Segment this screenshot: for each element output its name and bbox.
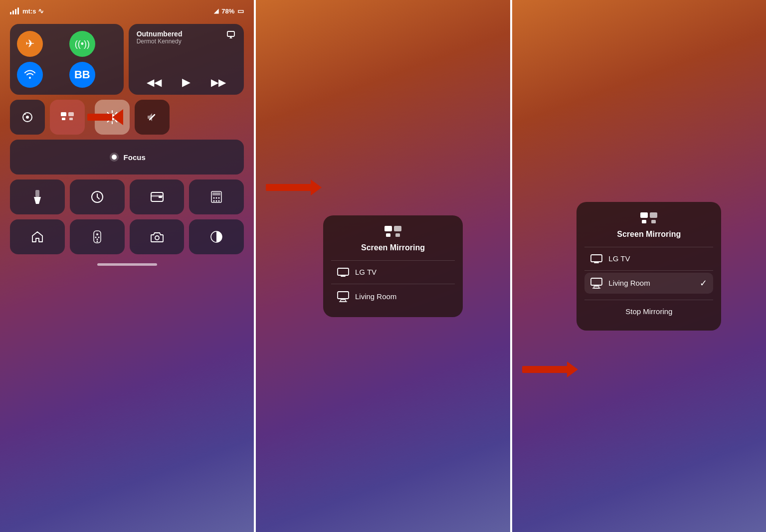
status-right: ◢ 78% ▭ xyxy=(214,7,244,15)
airplay-icon[interactable] xyxy=(226,30,236,42)
svg-point-39 xyxy=(96,241,98,242)
play-button[interactable]: ▶ xyxy=(182,76,191,89)
now-playing-info: Outnumbered Dermot Kennedy xyxy=(137,30,183,45)
svg-rect-52 xyxy=(640,212,648,218)
divider-top-1 xyxy=(331,260,455,261)
battery-icon: ▭ xyxy=(237,7,244,15)
rotation-lock-button[interactable] xyxy=(10,100,45,135)
svg-point-29 xyxy=(218,197,220,199)
panel-screen-mirroring-1: Screen Mirroring LG TV Living Room xyxy=(256,0,510,532)
svg-point-30 xyxy=(213,200,215,202)
status-bar: mt:s ∿ ◢ 78% ▭ xyxy=(0,0,254,19)
svg-point-27 xyxy=(213,197,215,199)
svg-rect-46 xyxy=(338,268,349,275)
svg-rect-55 xyxy=(651,220,656,223)
screen-mirroring-panel-2: Screen Mirroring LG TV Living Room ✓ Sto… xyxy=(576,202,721,331)
mirroring-title-2: Screen Mirroring xyxy=(617,230,681,239)
svg-rect-44 xyxy=(386,233,390,237)
divider-top-2 xyxy=(584,247,713,247)
clock-button[interactable] xyxy=(70,179,125,214)
svg-rect-54 xyxy=(642,220,646,223)
connectivity-block: ✈ ((•)) BB xyxy=(10,24,124,95)
svg-rect-43 xyxy=(394,226,401,231)
svg-point-2 xyxy=(26,116,29,119)
tv-icon-1 xyxy=(337,268,349,277)
flashlight-button[interactable] xyxy=(10,179,65,214)
cellular-button[interactable]: ((•)) xyxy=(69,31,95,57)
appletv-icon-1 xyxy=(337,291,349,302)
stop-mirroring-button[interactable]: Stop Mirroring xyxy=(584,302,713,321)
svg-rect-26 xyxy=(212,192,220,195)
location-icon: ◢ xyxy=(214,7,218,14)
svg-rect-42 xyxy=(384,226,392,231)
device-livingroom-2[interactable]: Living Room ✓ xyxy=(584,273,713,294)
lgtv-label-1: LG TV xyxy=(355,268,377,276)
svg-rect-24 xyxy=(159,196,162,198)
svg-rect-0 xyxy=(227,31,234,36)
now-playing-widget: Outnumbered Dermot Kennedy ◀◀ ▶ ▶▶ xyxy=(129,24,244,95)
screen-mirror-icon-2 xyxy=(640,212,658,227)
focus-button[interactable]: Focus xyxy=(10,140,244,175)
display-button[interactable] xyxy=(189,219,244,254)
now-playing-top: Outnumbered Dermot Kennedy xyxy=(137,30,236,45)
svg-rect-3 xyxy=(61,112,66,116)
svg-point-40 xyxy=(155,236,159,240)
focus-row: Focus xyxy=(10,140,244,175)
svg-point-38 xyxy=(96,239,98,240)
prev-button[interactable]: ◀◀ xyxy=(147,76,162,88)
livingroom-label-1: Living Room xyxy=(355,292,396,301)
device-lgtv-1[interactable]: LG TV xyxy=(331,263,455,282)
second-row xyxy=(10,100,244,135)
arrow-panel2 xyxy=(266,179,322,195)
screen-mirror-button[interactable] xyxy=(50,100,85,135)
focus-label: Focus xyxy=(124,153,146,162)
camera-button[interactable] xyxy=(130,219,185,254)
selected-checkmark: ✓ xyxy=(700,278,707,289)
device-lgtv-2[interactable]: LG TV xyxy=(584,249,713,268)
utility-grid xyxy=(10,179,244,254)
wallet-button[interactable] xyxy=(130,179,185,214)
track-artist: Dermot Kennedy xyxy=(137,38,183,45)
track-title: Outnumbered xyxy=(137,30,183,38)
calculator-button[interactable] xyxy=(189,179,244,214)
svg-rect-56 xyxy=(591,255,602,262)
mirroring-panel-header: Screen Mirroring xyxy=(331,225,455,252)
playback-controls: ◀◀ ▶ ▶▶ xyxy=(137,76,236,89)
livingroom-label-2: Living Room xyxy=(608,279,650,287)
svg-rect-6 xyxy=(69,118,73,120)
divider-mid-1 xyxy=(331,284,455,284)
remote-button[interactable] xyxy=(70,219,125,254)
svg-rect-4 xyxy=(68,112,74,116)
arrow-panel3 xyxy=(522,361,578,377)
svg-rect-45 xyxy=(395,233,400,237)
mirroring-panel-header-2: Screen Mirroring xyxy=(584,212,713,239)
lgtv-label-2: LG TV xyxy=(608,254,630,263)
next-button[interactable]: ▶▶ xyxy=(211,76,226,88)
wifi-button[interactable] xyxy=(17,62,43,88)
device-livingroom-1[interactable]: Living Room xyxy=(331,286,455,307)
svg-point-32 xyxy=(218,200,220,202)
mute-button[interactable] xyxy=(135,100,170,135)
svg-point-35 xyxy=(96,234,98,235)
divider-bottom-2 xyxy=(584,300,713,300)
mirroring-title-1: Screen Mirroring xyxy=(361,243,425,252)
svg-rect-49 xyxy=(338,292,349,299)
tv-icon-2 xyxy=(590,254,602,263)
svg-point-31 xyxy=(216,200,217,202)
wifi-icon: ∿ xyxy=(38,7,44,15)
svg-point-36 xyxy=(95,237,96,238)
svg-marker-18 xyxy=(34,197,41,204)
battery-percent: 78% xyxy=(221,7,234,15)
screen-mirror-icon xyxy=(384,225,402,240)
home-button[interactable] xyxy=(10,219,65,254)
panel-screen-mirroring-2: Screen Mirroring LG TV Living Room ✓ Sto… xyxy=(512,0,766,532)
bluetooth-button[interactable]: BB xyxy=(69,62,95,88)
top-row: ✈ ((•)) BB Outnumbered Dermot Kennedy xyxy=(10,24,244,95)
divider-mid-2 xyxy=(584,270,713,271)
panel-control-center: mt:s ∿ ◢ 78% ▭ ✈ ((•)) B xyxy=(0,0,254,532)
svg-rect-53 xyxy=(650,212,657,218)
airplane-mode-button[interactable]: ✈ xyxy=(17,31,43,57)
stop-mirroring-label: Stop Mirroring xyxy=(625,307,672,316)
svg-point-28 xyxy=(216,197,217,199)
screen-mirroring-panel-1: Screen Mirroring LG TV Living Room xyxy=(323,215,463,317)
